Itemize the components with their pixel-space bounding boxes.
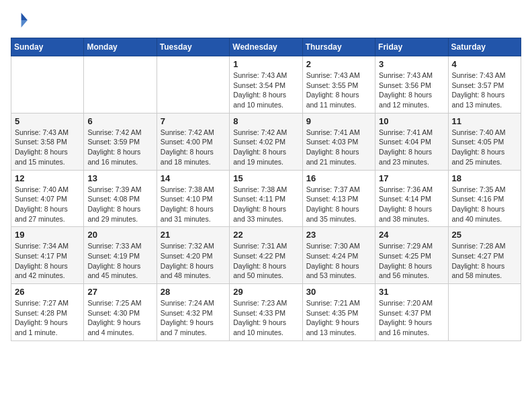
day-number: 17 <box>379 173 444 183</box>
day-cell: 28Sunrise: 7:24 AM Sunset: 4:32 PM Dayli… <box>157 284 229 341</box>
day-detail: Sunrise: 7:43 AM Sunset: 3:56 PM Dayligh… <box>379 71 444 110</box>
day-detail: Sunrise: 7:33 AM Sunset: 4:19 PM Dayligh… <box>87 241 152 281</box>
day-number: 1 <box>233 59 298 69</box>
day-detail: Sunrise: 7:38 AM Sunset: 4:10 PM Dayligh… <box>161 185 226 224</box>
day-cell: 15Sunrise: 7:38 AM Sunset: 4:11 PM Dayli… <box>230 170 302 227</box>
day-cell: 3Sunrise: 7:43 AM Sunset: 3:56 PM Daylig… <box>375 56 448 113</box>
day-cell: 26Sunrise: 7:27 AM Sunset: 4:28 PM Dayli… <box>11 284 84 341</box>
header-day-monday: Monday <box>84 38 157 56</box>
day-detail: Sunrise: 7:27 AM Sunset: 4:28 PM Dayligh… <box>15 298 80 338</box>
day-detail: Sunrise: 7:42 AM Sunset: 3:59 PM Dayligh… <box>87 128 152 167</box>
day-detail: Sunrise: 7:21 AM Sunset: 4:35 PM Dayligh… <box>306 298 371 338</box>
day-number: 12 <box>15 173 80 183</box>
day-cell: 27Sunrise: 7:25 AM Sunset: 4:30 PM Dayli… <box>84 284 157 341</box>
day-cell <box>157 56 229 113</box>
day-cell: 30Sunrise: 7:21 AM Sunset: 4:35 PM Dayli… <box>302 284 375 341</box>
day-number: 28 <box>161 287 226 297</box>
day-cell: 8Sunrise: 7:42 AM Sunset: 4:02 PM Daylig… <box>230 113 302 170</box>
day-detail: Sunrise: 7:38 AM Sunset: 4:11 PM Dayligh… <box>233 185 298 224</box>
day-cell: 25Sunrise: 7:28 AM Sunset: 4:27 PM Dayli… <box>448 227 521 284</box>
day-number: 30 <box>306 287 371 297</box>
week-row-2: 5Sunrise: 7:43 AM Sunset: 3:58 PM Daylig… <box>11 113 521 170</box>
day-cell: 7Sunrise: 7:42 AM Sunset: 4:00 PM Daylig… <box>157 113 229 170</box>
day-number: 9 <box>306 116 371 126</box>
logo-icon <box>11 11 30 30</box>
day-detail: Sunrise: 7:40 AM Sunset: 4:05 PM Dayligh… <box>452 128 517 167</box>
day-number: 2 <box>306 59 371 69</box>
day-cell: 5Sunrise: 7:43 AM Sunset: 3:58 PM Daylig… <box>11 113 84 170</box>
day-number: 6 <box>87 116 152 126</box>
calendar-body: 1Sunrise: 7:43 AM Sunset: 3:54 PM Daylig… <box>11 56 521 341</box>
day-cell: 20Sunrise: 7:33 AM Sunset: 4:19 PM Dayli… <box>84 227 157 284</box>
day-detail: Sunrise: 7:43 AM Sunset: 3:58 PM Dayligh… <box>15 128 80 167</box>
day-cell: 17Sunrise: 7:36 AM Sunset: 4:14 PM Dayli… <box>375 170 448 227</box>
calendar-header: SundayMondayTuesdayWednesdayThursdayFrid… <box>11 38 521 56</box>
day-number: 3 <box>379 59 444 69</box>
day-number: 4 <box>452 59 517 69</box>
header-day-friday: Friday <box>375 38 448 56</box>
day-cell: 2Sunrise: 7:43 AM Sunset: 3:55 PM Daylig… <box>302 56 375 113</box>
day-detail: Sunrise: 7:43 AM Sunset: 3:57 PM Dayligh… <box>452 71 517 110</box>
day-cell: 14Sunrise: 7:38 AM Sunset: 4:10 PM Dayli… <box>157 170 229 227</box>
day-detail: Sunrise: 7:36 AM Sunset: 4:14 PM Dayligh… <box>379 185 444 224</box>
day-number: 25 <box>452 230 517 240</box>
day-number: 11 <box>452 116 517 126</box>
day-cell: 13Sunrise: 7:39 AM Sunset: 4:08 PM Dayli… <box>84 170 157 227</box>
day-cell <box>84 56 157 113</box>
day-number: 29 <box>233 287 298 297</box>
day-detail: Sunrise: 7:29 AM Sunset: 4:25 PM Dayligh… <box>379 241 444 281</box>
day-cell: 22Sunrise: 7:31 AM Sunset: 4:22 PM Dayli… <box>230 227 302 284</box>
day-number: 10 <box>379 116 444 126</box>
page-header <box>11 11 521 30</box>
day-detail: Sunrise: 7:42 AM Sunset: 4:02 PM Dayligh… <box>233 128 298 167</box>
day-number: 14 <box>161 173 226 183</box>
day-number: 16 <box>306 173 371 183</box>
header-day-tuesday: Tuesday <box>157 38 229 56</box>
day-cell: 29Sunrise: 7:23 AM Sunset: 4:33 PM Dayli… <box>230 284 302 341</box>
day-number: 8 <box>233 116 298 126</box>
header-row: SundayMondayTuesdayWednesdayThursdayFrid… <box>11 38 521 56</box>
day-cell: 23Sunrise: 7:30 AM Sunset: 4:24 PM Dayli… <box>302 227 375 284</box>
day-detail: Sunrise: 7:41 AM Sunset: 4:03 PM Dayligh… <box>306 128 371 167</box>
day-cell: 9Sunrise: 7:41 AM Sunset: 4:03 PM Daylig… <box>302 113 375 170</box>
svg-marker-1 <box>21 20 28 28</box>
day-cell: 4Sunrise: 7:43 AM Sunset: 3:57 PM Daylig… <box>448 56 521 113</box>
logo <box>11 11 32 30</box>
day-number: 27 <box>87 287 152 297</box>
day-cell: 11Sunrise: 7:40 AM Sunset: 4:05 PM Dayli… <box>448 113 521 170</box>
day-detail: Sunrise: 7:28 AM Sunset: 4:27 PM Dayligh… <box>452 241 517 281</box>
day-number: 18 <box>452 173 517 183</box>
day-number: 26 <box>15 287 80 297</box>
day-detail: Sunrise: 7:34 AM Sunset: 4:17 PM Dayligh… <box>15 241 80 281</box>
day-number: 23 <box>306 230 371 240</box>
week-row-1: 1Sunrise: 7:43 AM Sunset: 3:54 PM Daylig… <box>11 56 521 113</box>
day-cell: 31Sunrise: 7:20 AM Sunset: 4:37 PM Dayli… <box>375 284 448 341</box>
svg-marker-0 <box>21 13 28 20</box>
header-day-wednesday: Wednesday <box>230 38 302 56</box>
week-row-3: 12Sunrise: 7:40 AM Sunset: 4:07 PM Dayli… <box>11 170 521 227</box>
calendar-table: SundayMondayTuesdayWednesdayThursdayFrid… <box>11 38 521 341</box>
day-cell: 12Sunrise: 7:40 AM Sunset: 4:07 PM Dayli… <box>11 170 84 227</box>
day-detail: Sunrise: 7:42 AM Sunset: 4:00 PM Dayligh… <box>161 128 226 167</box>
day-detail: Sunrise: 7:25 AM Sunset: 4:30 PM Dayligh… <box>87 298 152 338</box>
day-number: 21 <box>161 230 226 240</box>
day-number: 31 <box>379 287 444 297</box>
day-number: 24 <box>379 230 444 240</box>
day-detail: Sunrise: 7:31 AM Sunset: 4:22 PM Dayligh… <box>233 241 298 281</box>
day-number: 13 <box>87 173 152 183</box>
header-day-thursday: Thursday <box>302 38 375 56</box>
week-row-5: 26Sunrise: 7:27 AM Sunset: 4:28 PM Dayli… <box>11 284 521 341</box>
day-cell: 21Sunrise: 7:32 AM Sunset: 4:20 PM Dayli… <box>157 227 229 284</box>
day-detail: Sunrise: 7:24 AM Sunset: 4:32 PM Dayligh… <box>161 298 226 338</box>
day-detail: Sunrise: 7:23 AM Sunset: 4:33 PM Dayligh… <box>233 298 298 338</box>
day-detail: Sunrise: 7:39 AM Sunset: 4:08 PM Dayligh… <box>87 185 152 224</box>
day-detail: Sunrise: 7:30 AM Sunset: 4:24 PM Dayligh… <box>306 241 371 281</box>
day-cell: 18Sunrise: 7:35 AM Sunset: 4:16 PM Dayli… <box>448 170 521 227</box>
day-cell: 16Sunrise: 7:37 AM Sunset: 4:13 PM Dayli… <box>302 170 375 227</box>
day-detail: Sunrise: 7:20 AM Sunset: 4:37 PM Dayligh… <box>379 298 444 338</box>
day-number: 19 <box>15 230 80 240</box>
day-cell <box>11 56 84 113</box>
day-number: 20 <box>87 230 152 240</box>
day-detail: Sunrise: 7:43 AM Sunset: 3:55 PM Dayligh… <box>306 71 371 110</box>
day-cell: 19Sunrise: 7:34 AM Sunset: 4:17 PM Dayli… <box>11 227 84 284</box>
